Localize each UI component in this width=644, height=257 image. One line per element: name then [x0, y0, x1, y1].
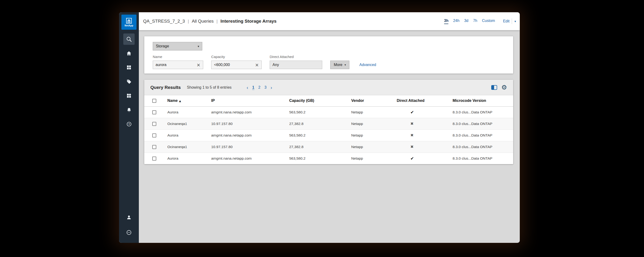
cell-direct-attached: ✖ — [397, 118, 452, 130]
cell-direct-attached: ✔ — [397, 106, 452, 118]
results-summary: Showing 1 to 5 of 8 entries — [187, 85, 232, 90]
cell-direct-attached: ✖ — [397, 141, 452, 152]
table-header-row: Name▲ IP Capacity (GB) Vendor Direct Att… — [144, 95, 513, 106]
name-clear-icon[interactable]: × — [196, 63, 200, 67]
pagination: ‹ 123 › — [246, 85, 272, 90]
cell-ip: 10.97.157.80 — [211, 141, 289, 152]
breadcrumb-item[interactable]: All Queries — [192, 19, 214, 24]
cell-capacity: 27,382.8 — [289, 118, 351, 130]
sidebar-item-more[interactable] — [123, 227, 134, 238]
edit-divider — [512, 18, 512, 24]
page-2[interactable]: 2 — [258, 85, 260, 90]
time-range-3h[interactable]: 3h — [444, 19, 448, 24]
row-checkbox[interactable] — [152, 134, 156, 138]
breadcrumb-item: Interesting Storage Arrays — [220, 19, 276, 24]
column-header-direct-attached[interactable]: Direct Attached — [397, 95, 452, 106]
column-selector-icon[interactable] — [491, 85, 497, 90]
page-next-icon[interactable]: › — [270, 85, 272, 90]
time-range-24h[interactable]: 24h — [453, 19, 460, 24]
results-table: Name▲ IP Capacity (GB) Vendor Direct Att… — [144, 95, 513, 164]
cell-vendor: Netapp — [351, 141, 397, 152]
column-header-ip[interactable]: IP — [211, 95, 289, 106]
more-button[interactable]: More ▾ — [330, 60, 349, 69]
sidebar-item-home[interactable] — [123, 48, 134, 59]
sidebar-bottom — [123, 212, 134, 238]
top-bar: QA_STRESS_7_2_3|All Queries|Interesting … — [139, 12, 520, 30]
page-3[interactable]: 3 — [264, 85, 266, 90]
page-1[interactable]: 1 — [252, 85, 254, 90]
sidebar-item-help[interactable]: ? — [123, 118, 134, 130]
row-checkbox-cell — [144, 118, 167, 130]
app-window: NetApp — [119, 12, 520, 243]
table-row[interactable]: Ocinaneqa1 10.97.157.80 27,382.8 Netapp … — [144, 141, 513, 152]
edit-button[interactable]: Edit — [503, 19, 510, 23]
table-row[interactable]: Ocinaneqa1 10.97.157.80 27,382.8 Netapp … — [144, 118, 513, 130]
direct-attached-input[interactable]: Any — [270, 60, 322, 69]
row-checkbox[interactable] — [152, 122, 156, 126]
user-icon — [126, 214, 132, 220]
sidebar-item-widgets[interactable] — [123, 90, 134, 102]
grid-icon — [126, 65, 132, 70]
cell-name: Ocinaneqa1 — [167, 141, 211, 152]
breadcrumb-separator: | — [188, 19, 189, 24]
row-checkbox-cell — [144, 106, 167, 118]
row-checkbox[interactable] — [152, 110, 156, 114]
sidebar: NetApp — [119, 12, 139, 243]
chevron-down-icon: ▾ — [198, 44, 199, 48]
cell-vendor: Netapp — [351, 152, 397, 164]
column-header-microcode[interactable]: Microcode Version — [452, 95, 513, 106]
name-input[interactable]: aurora × — [153, 60, 203, 69]
page-prev-icon[interactable]: ‹ — [246, 85, 248, 90]
direct-attached-input-value: Any — [272, 63, 279, 67]
filter-field-direct-attached: Direct Attached Any — [270, 55, 322, 69]
sidebar-item-search[interactable] — [123, 34, 134, 45]
cell-ip: 10.97.157.80 — [211, 118, 289, 130]
table-row[interactable]: Aurora amgmt.nana.netapp.com 563,580.2 N… — [144, 106, 513, 118]
sidebar-item-grid[interactable] — [123, 62, 134, 73]
name-input-value: aurora — [156, 63, 166, 67]
direct-attached-mark: ✖ — [410, 133, 414, 138]
cell-ip: amgmt.nana.netapp.com — [211, 152, 289, 164]
filter-field-name: Name aurora × — [153, 55, 203, 69]
cell-direct-attached: ✔ — [397, 152, 452, 164]
page-content: Storage ▾ Name aurora × Capacity < — [139, 30, 520, 243]
time-range-custom[interactable]: Custom — [482, 19, 495, 24]
settings-gear-icon[interactable]: ⚙ — [502, 84, 507, 90]
cell-microcode: 8.3.0 clus...Data ONTAP — [452, 152, 513, 164]
time-range-3d[interactable]: 3d — [464, 19, 468, 24]
sidebar-item-user[interactable] — [123, 212, 134, 223]
capacity-input[interactable]: <600,000 × — [211, 60, 262, 69]
edit-caret-icon[interactable]: ▾ — [514, 20, 516, 23]
select-all-checkbox[interactable] — [152, 99, 156, 103]
capacity-clear-icon[interactable]: × — [255, 63, 259, 67]
cell-name: Aurora — [167, 106, 211, 118]
breadcrumb-item[interactable]: QA_STRESS_7_2_3 — [143, 19, 185, 24]
column-header-vendor[interactable]: Vendor — [351, 95, 397, 106]
row-checkbox[interactable] — [152, 145, 156, 149]
category-select[interactable]: Storage ▾ — [153, 42, 202, 50]
direct-attached-field-label: Direct Attached — [270, 55, 322, 59]
row-checkbox-cell — [144, 152, 167, 164]
cell-name: Ocinaneqa1 — [167, 118, 211, 130]
filter-fields-row: Name aurora × Capacity <600,000 × — [153, 55, 505, 69]
more-caret-icon: ▾ — [344, 63, 346, 66]
advanced-link[interactable]: Advanced — [359, 63, 376, 67]
sidebar-item-alerts[interactable] — [123, 104, 134, 116]
direct-attached-mark: ✔ — [410, 110, 414, 114]
query-results-panel: Query Results Showing 1 to 5 of 8 entrie… — [144, 80, 513, 164]
more-button-label: More — [334, 63, 342, 67]
cell-direct-attached: ✖ — [397, 130, 452, 141]
time-range-group: 3h24h3d7hCustom — [444, 19, 495, 24]
capacity-input-value: <600,000 — [214, 63, 230, 67]
cell-vendor: Netapp — [351, 130, 397, 141]
cell-microcode: 8.3.0 clus...Data ONTAP — [452, 118, 513, 130]
table-row[interactable]: Aurora amgmt.nana.netapp.com 563,580.2 N… — [144, 152, 513, 164]
column-header-name[interactable]: Name▲ — [167, 95, 211, 106]
column-header-capacity[interactable]: Capacity (GB) — [289, 95, 351, 106]
sidebar-item-tag[interactable] — [123, 76, 134, 87]
row-checkbox[interactable] — [152, 156, 156, 160]
cell-capacity: 563,580.2 — [289, 152, 351, 164]
netapp-logo[interactable]: NetApp — [122, 14, 136, 30]
time-range-7h[interactable]: 7h — [473, 19, 477, 24]
table-row[interactable]: Aurora amgmt.nana.netapp.com 563,580.2 N… — [144, 130, 513, 141]
